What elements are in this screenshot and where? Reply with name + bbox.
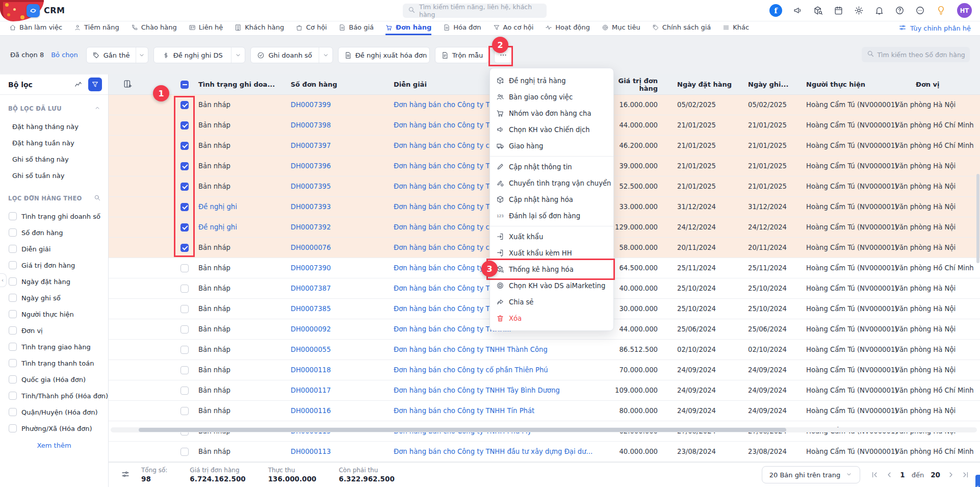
menu-item-thong-ke-hang-hoa[interactable]: Thống kê hàng hóa	[490, 261, 613, 277]
tab-co-hoi[interactable]: Cơ hội	[296, 21, 327, 35]
filter-field-nguoi-thuc-hien[interactable]: Người thực hiện	[0, 306, 108, 322]
sidebar-collapse-handle[interactable]: ‹	[0, 273, 7, 287]
prev-page-button[interactable]	[885, 471, 893, 479]
checkbox[interactable]	[9, 245, 17, 253]
checkbox[interactable]	[9, 424, 17, 432]
menu-item-danh-lai-so-don-hang[interactable]: 123Đánh lại số đơn hàng	[490, 208, 613, 224]
menu-item-chuyen-tinh-trang-van-chuyen[interactable]: Chuyển tình trạng vận chuyển	[490, 175, 613, 191]
checkbox[interactable]	[9, 408, 17, 416]
select-all-checkbox[interactable]	[180, 81, 189, 89]
row-checkbox[interactable]	[180, 285, 189, 293]
order-number-link[interactable]: DH0000076	[291, 244, 331, 251]
row-checkbox[interactable]	[180, 223, 189, 232]
tab-khach-hang[interactable]: Khách hàng	[235, 21, 284, 35]
filter-field-phuong-xa-hoa-don[interactable]: Phường/Xã (Hóa đơn)	[0, 420, 108, 437]
tab-ban-lam-viec[interactable]: Bàn làm việc	[9, 21, 62, 35]
filter-field-tinh-trang-giao-hang[interactable]: Tình trạng giao hàng	[0, 339, 108, 355]
lamp-icon[interactable]	[936, 5, 946, 16]
tron-mau-button[interactable]: Trộn mẫu	[435, 47, 489, 63]
filter-fields-section-header[interactable]: LỌC ĐƠN HÀNG THEO	[0, 192, 108, 205]
checkbox[interactable]	[9, 392, 17, 400]
saved-filter-ghi-so-tuan-nay[interactable]: Ghi sổ tuần này	[0, 167, 108, 184]
clear-selection-link[interactable]: Bỏ chọn	[51, 47, 78, 63]
right-edge-panel-toggle[interactable]: «	[975, 475, 980, 487]
menu-item-chon-kh-vao-chien-dich[interactable]: Chọn KH vào Chiến dịch	[490, 121, 613, 138]
saved-filter-dat-hang-tuan-nay[interactable]: Đặt hàng tuần này	[0, 135, 108, 151]
tab-ao-co-hoi[interactable]: Ao cơ hội	[493, 21, 534, 35]
order-number-link[interactable]: DH0000113	[291, 448, 331, 455]
row-checkbox[interactable]	[180, 264, 189, 272]
col-header-status[interactable]: Tình trạng ghi doa...	[198, 81, 291, 88]
checkbox[interactable]	[9, 212, 17, 220]
checkbox[interactable]	[9, 261, 17, 269]
chart-view-button[interactable]	[71, 78, 85, 91]
filter-field-so-don-hang[interactable]: Số đơn hàng	[0, 224, 108, 241]
question-icon[interactable]	[895, 6, 905, 15]
filter-field-dien-giai[interactable]: Diễn giải	[0, 241, 108, 257]
row-checkbox[interactable]	[180, 244, 189, 252]
saved-filters-section-header[interactable]: BỘ LỌC ĐÃ LƯU	[0, 102, 108, 115]
user-avatar[interactable]: HT	[957, 3, 972, 18]
row-checkbox[interactable]	[180, 387, 189, 395]
next-page-button[interactable]	[947, 471, 955, 479]
chevron-down-icon[interactable]	[319, 47, 332, 63]
checkbox[interactable]	[9, 359, 17, 367]
col-header-order-date[interactable]: Ngày đặt hàng	[663, 81, 737, 88]
order-number-link[interactable]: DH0007385	[291, 305, 331, 313]
row-checkbox[interactable]	[180, 366, 189, 374]
menu-item-cap-nhat-hang-hoa[interactable]: Cập nhật hàng hóa	[490, 191, 613, 208]
tab-don-hang[interactable]: Đơn hàng	[385, 21, 431, 35]
facebook-icon[interactable]: f	[769, 4, 782, 17]
tab-tiem-nang[interactable]: Tiềm năng	[74, 21, 119, 35]
filter-field-ngay-dat-hang[interactable]: Ngày đặt hàng	[0, 273, 108, 290]
menu-item-giao-hang[interactable]: Giao hàng	[490, 138, 613, 154]
de-nghi-xuat-hoa-don-button[interactable]: Đề nghị xuất hóa đơn	[338, 47, 430, 63]
package-search-icon[interactable]	[813, 6, 823, 15]
order-number-link[interactable]: DH0007395	[291, 183, 331, 190]
filter-view-button[interactable]	[88, 78, 102, 91]
summary-settings-icon[interactable]	[121, 470, 130, 480]
menu-item-de-nghi-tra-hang[interactable]: Đề nghị trả hàng	[490, 72, 613, 89]
order-number-link[interactable]: DH0000118	[291, 366, 331, 374]
row-checkbox[interactable]	[180, 183, 189, 191]
tab-hoa-don[interactable]: Hóa đơn	[443, 21, 481, 35]
order-number-link[interactable]: DH0007387	[291, 285, 331, 292]
filter-field-gia-tri-don-hang[interactable]: Giá trị đơn hàng	[0, 257, 108, 273]
order-number-link[interactable]: DH0000092	[291, 325, 331, 333]
menu-item-xoa[interactable]: Xóa	[490, 310, 613, 326]
menu-item-nhom-vao-don-hang-cha[interactable]: Nhóm vào đơn hàng cha	[490, 105, 613, 121]
last-page-button[interactable]	[962, 471, 970, 479]
tab-muc-tieu[interactable]: Mục tiêu	[602, 21, 640, 35]
order-number-link[interactable]: DH0007399	[291, 101, 331, 109]
saved-filter-dat-hang-thang-nay[interactable]: Đặt hàng tháng này	[0, 118, 108, 135]
menu-item-cap-nhat-thong-tin[interactable]: Cập nhật thông tin	[490, 159, 613, 175]
order-description-link[interactable]: Đơn hàng bán cho Công ty cổ phần Thiên P…	[394, 366, 548, 374]
order-description-link[interactable]: Đơn hàng bán cho Công ty TNHH Tây Bình D…	[394, 387, 560, 394]
horizontal-scrollbar[interactable]	[111, 427, 977, 432]
bell-icon[interactable]	[874, 6, 884, 15]
row-checkbox[interactable]	[180, 346, 189, 354]
first-page-button[interactable]	[870, 471, 879, 479]
filter-field-ngay-ghi-so[interactable]: Ngày ghi sổ	[0, 290, 108, 306]
row-checkbox[interactable]	[180, 325, 189, 334]
global-search-input[interactable]: Tìm kiếm tiềm năng, liên hệ, khách hàng	[403, 4, 547, 18]
ghi-doanh-so-button[interactable]: Ghi doanh số	[250, 47, 333, 63]
filter-field-tinh-trang-thanh-toan[interactable]: Tình trạng thanh toán	[0, 355, 108, 371]
order-description-link[interactable]: Đơn hàng bán cho Công ty TNHH Tín Phát	[394, 407, 534, 415]
checkbox[interactable]	[9, 228, 17, 237]
order-number-link[interactable]: DH0000116	[291, 407, 331, 415]
order-number-link[interactable]: DH0007398	[291, 121, 331, 129]
checkbox[interactable]	[9, 294, 17, 302]
vertical-scroll-thumb[interactable]	[976, 174, 979, 263]
table-search-input[interactable]: Tìm kiếm theo Số đơn hàng, ...	[862, 47, 970, 62]
filter-field-tinh-trang-ghi-doanh-so[interactable]: Tình trạng ghi doanh số	[0, 208, 108, 224]
menu-item-xuat-khau[interactable]: Xuất khẩu	[490, 228, 613, 245]
order-description-link[interactable]: Đơn hàng bán cho Công ty...	[394, 264, 489, 272]
order-number-link[interactable]: DH0007396	[291, 162, 331, 170]
chevron-down-icon[interactable]	[231, 47, 245, 63]
order-number-link[interactable]: DH0007390	[291, 264, 331, 272]
col-header-record-date[interactable]: Ngày ghi...	[737, 81, 801, 88]
chevron-down-icon[interactable]	[136, 47, 148, 63]
checkbox[interactable]	[9, 310, 17, 318]
column-settings-icon[interactable]	[123, 79, 133, 90]
